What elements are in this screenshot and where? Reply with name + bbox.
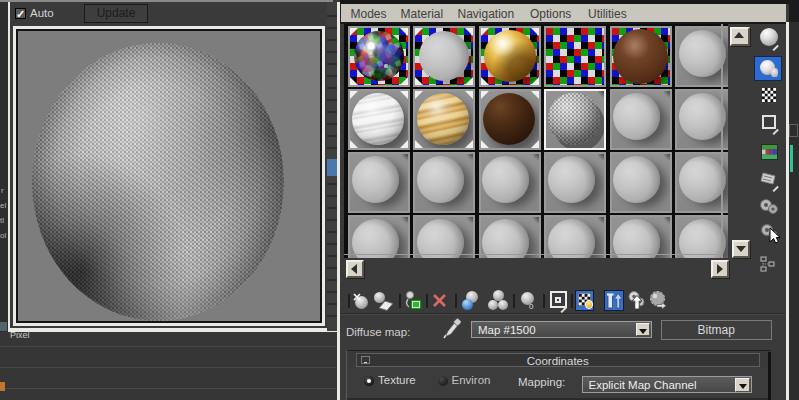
svg-text:0: 0 <box>529 302 534 311</box>
